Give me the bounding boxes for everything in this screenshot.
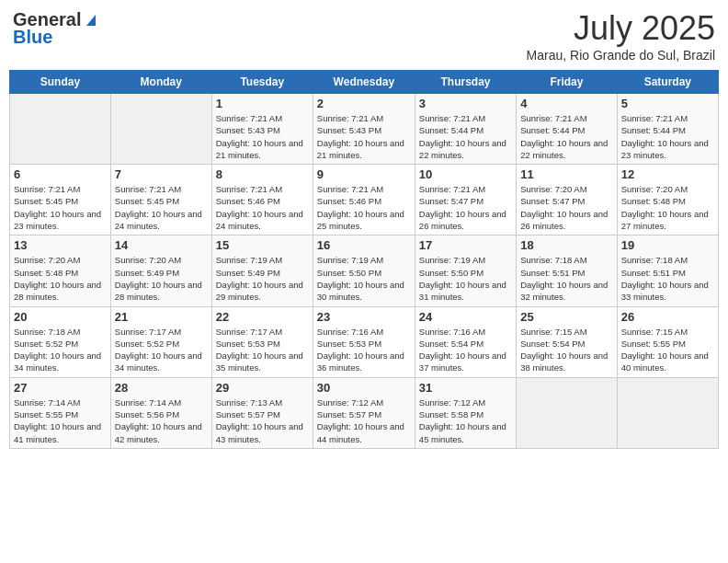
logo-icon	[83, 11, 99, 28]
svg-marker-0	[86, 15, 96, 26]
day-cell: 19Sunrise: 7:18 AMSunset: 5:51 PMDayligh…	[617, 236, 718, 306]
day-cell: 13Sunrise: 7:20 AMSunset: 5:48 PMDayligh…	[10, 236, 111, 306]
day-info: Sunrise: 7:21 AMSunset: 5:45 PMDaylight:…	[14, 183, 107, 232]
day-number: 13	[14, 238, 107, 252]
day-info: Sunrise: 7:15 AMSunset: 5:55 PMDaylight:…	[621, 326, 714, 374]
day-info: Sunrise: 7:21 AMSunset: 5:45 PMDaylight:…	[115, 183, 208, 232]
day-info: Sunrise: 7:18 AMSunset: 5:51 PMDaylight:…	[520, 254, 612, 303]
day-cell: 4Sunrise: 7:21 AMSunset: 5:44 PMDaylight…	[517, 94, 617, 165]
day-info: Sunrise: 7:21 AMSunset: 5:47 PMDaylight:…	[419, 183, 512, 232]
header-cell-tuesday: Tuesday	[211, 71, 313, 94]
day-cell: 12Sunrise: 7:20 AMSunset: 5:48 PMDayligh…	[617, 165, 718, 236]
day-info: Sunrise: 7:16 AMSunset: 5:53 PMDaylight:…	[317, 326, 411, 374]
day-cell	[110, 94, 211, 165]
day-number: 19	[621, 238, 714, 252]
week-row-5: 27Sunrise: 7:14 AMSunset: 5:55 PMDayligh…	[10, 377, 719, 448]
day-number: 23	[317, 310, 411, 324]
day-cell: 31Sunrise: 7:12 AMSunset: 5:58 PMDayligh…	[415, 377, 516, 448]
day-cell: 6Sunrise: 7:21 AMSunset: 5:45 PMDaylight…	[10, 165, 111, 236]
day-number: 8	[216, 167, 309, 181]
day-cell: 2Sunrise: 7:21 AMSunset: 5:43 PMDaylight…	[313, 94, 415, 165]
day-info: Sunrise: 7:19 AMSunset: 5:49 PMDaylight:…	[216, 254, 309, 303]
day-number: 27	[14, 381, 107, 395]
day-info: Sunrise: 7:18 AMSunset: 5:52 PMDaylight:…	[14, 326, 107, 374]
day-number: 30	[317, 381, 411, 395]
day-cell: 11Sunrise: 7:20 AMSunset: 5:47 PMDayligh…	[517, 165, 617, 236]
header-cell-saturday: Saturday	[617, 71, 718, 94]
header-cell-wednesday: Wednesday	[313, 71, 415, 94]
day-number: 17	[419, 238, 512, 252]
day-cell: 20Sunrise: 7:18 AMSunset: 5:52 PMDayligh…	[10, 306, 111, 377]
day-info: Sunrise: 7:19 AMSunset: 5:50 PMDaylight:…	[419, 254, 512, 303]
day-info: Sunrise: 7:20 AMSunset: 5:48 PMDaylight:…	[14, 254, 107, 303]
day-cell: 15Sunrise: 7:19 AMSunset: 5:49 PMDayligh…	[211, 236, 313, 306]
day-cell: 24Sunrise: 7:16 AMSunset: 5:54 PMDayligh…	[415, 306, 516, 377]
calendar-header: SundayMondayTuesdayWednesdayThursdayFrid…	[10, 71, 719, 94]
logo-blue-text: Blue	[13, 27, 52, 48]
day-cell: 8Sunrise: 7:21 AMSunset: 5:46 PMDaylight…	[211, 165, 313, 236]
day-cell: 29Sunrise: 7:13 AMSunset: 5:57 PMDayligh…	[211, 377, 313, 448]
day-info: Sunrise: 7:20 AMSunset: 5:47 PMDaylight:…	[520, 183, 612, 232]
day-info: Sunrise: 7:16 AMSunset: 5:54 PMDaylight:…	[419, 326, 512, 374]
day-info: Sunrise: 7:21 AMSunset: 5:46 PMDaylight:…	[317, 183, 411, 232]
day-info: Sunrise: 7:13 AMSunset: 5:57 PMDaylight:…	[216, 396, 309, 445]
day-cell: 30Sunrise: 7:12 AMSunset: 5:57 PMDayligh…	[313, 377, 415, 448]
day-cell: 17Sunrise: 7:19 AMSunset: 5:50 PMDayligh…	[415, 236, 516, 306]
location-subtitle: Marau, Rio Grande do Sul, Brazil	[527, 48, 715, 63]
logo: General Blue	[13, 9, 99, 48]
day-info: Sunrise: 7:21 AMSunset: 5:43 PMDaylight:…	[317, 112, 411, 161]
header-row: SundayMondayTuesdayWednesdayThursdayFrid…	[10, 71, 719, 94]
day-cell: 22Sunrise: 7:17 AMSunset: 5:53 PMDayligh…	[211, 306, 313, 377]
day-cell: 27Sunrise: 7:14 AMSunset: 5:55 PMDayligh…	[10, 377, 111, 448]
day-info: Sunrise: 7:14 AMSunset: 5:56 PMDaylight:…	[115, 396, 208, 445]
day-number: 18	[520, 238, 612, 252]
day-number: 9	[317, 167, 411, 181]
day-number: 22	[216, 310, 309, 324]
day-info: Sunrise: 7:20 AMSunset: 5:49 PMDaylight:…	[115, 254, 208, 303]
month-year-title: July 2025	[527, 9, 715, 48]
header-cell-monday: Monday	[110, 71, 211, 94]
day-cell: 10Sunrise: 7:21 AMSunset: 5:47 PMDayligh…	[415, 165, 516, 236]
day-cell: 1Sunrise: 7:21 AMSunset: 5:43 PMDaylight…	[211, 94, 313, 165]
day-number: 4	[520, 97, 612, 110]
header-cell-friday: Friday	[517, 71, 617, 94]
week-row-4: 20Sunrise: 7:18 AMSunset: 5:52 PMDayligh…	[10, 306, 719, 377]
day-number: 7	[115, 167, 208, 181]
day-cell: 3Sunrise: 7:21 AMSunset: 5:44 PMDaylight…	[415, 94, 516, 165]
day-cell: 21Sunrise: 7:17 AMSunset: 5:52 PMDayligh…	[110, 306, 211, 377]
day-number: 24	[419, 310, 512, 324]
day-number: 31	[419, 381, 512, 395]
day-number: 21	[115, 310, 208, 324]
day-number: 25	[520, 310, 612, 324]
day-number: 10	[419, 167, 512, 181]
day-number: 1	[216, 97, 309, 110]
day-number: 6	[14, 167, 107, 181]
day-cell: 14Sunrise: 7:20 AMSunset: 5:49 PMDayligh…	[110, 236, 211, 306]
header-cell-thursday: Thursday	[415, 71, 516, 94]
day-info: Sunrise: 7:17 AMSunset: 5:52 PMDaylight:…	[115, 326, 208, 374]
week-row-2: 6Sunrise: 7:21 AMSunset: 5:45 PMDaylight…	[10, 165, 719, 236]
header-cell-sunday: Sunday	[10, 71, 111, 94]
week-row-3: 13Sunrise: 7:20 AMSunset: 5:48 PMDayligh…	[10, 236, 719, 306]
day-cell	[10, 94, 111, 165]
day-cell: 16Sunrise: 7:19 AMSunset: 5:50 PMDayligh…	[313, 236, 415, 306]
day-cell: 23Sunrise: 7:16 AMSunset: 5:53 PMDayligh…	[313, 306, 415, 377]
calendar-table: SundayMondayTuesdayWednesdayThursdayFrid…	[9, 70, 719, 449]
day-number: 15	[216, 238, 309, 252]
day-info: Sunrise: 7:21 AMSunset: 5:44 PMDaylight:…	[419, 112, 512, 161]
day-number: 29	[216, 381, 309, 395]
day-info: Sunrise: 7:17 AMSunset: 5:53 PMDaylight:…	[216, 326, 309, 374]
day-number: 11	[520, 167, 612, 181]
day-info: Sunrise: 7:15 AMSunset: 5:54 PMDaylight:…	[520, 326, 612, 374]
day-info: Sunrise: 7:14 AMSunset: 5:55 PMDaylight:…	[14, 396, 107, 445]
day-info: Sunrise: 7:21 AMSunset: 5:46 PMDaylight:…	[216, 183, 309, 232]
day-info: Sunrise: 7:21 AMSunset: 5:44 PMDaylight:…	[621, 112, 714, 161]
day-cell: 18Sunrise: 7:18 AMSunset: 5:51 PMDayligh…	[517, 236, 617, 306]
day-cell	[517, 377, 617, 448]
day-number: 20	[14, 310, 107, 324]
day-info: Sunrise: 7:19 AMSunset: 5:50 PMDaylight:…	[317, 254, 411, 303]
day-info: Sunrise: 7:18 AMSunset: 5:51 PMDaylight:…	[621, 254, 714, 303]
day-cell: 25Sunrise: 7:15 AMSunset: 5:54 PMDayligh…	[517, 306, 617, 377]
day-cell	[617, 377, 718, 448]
day-cell: 7Sunrise: 7:21 AMSunset: 5:45 PMDaylight…	[110, 165, 211, 236]
